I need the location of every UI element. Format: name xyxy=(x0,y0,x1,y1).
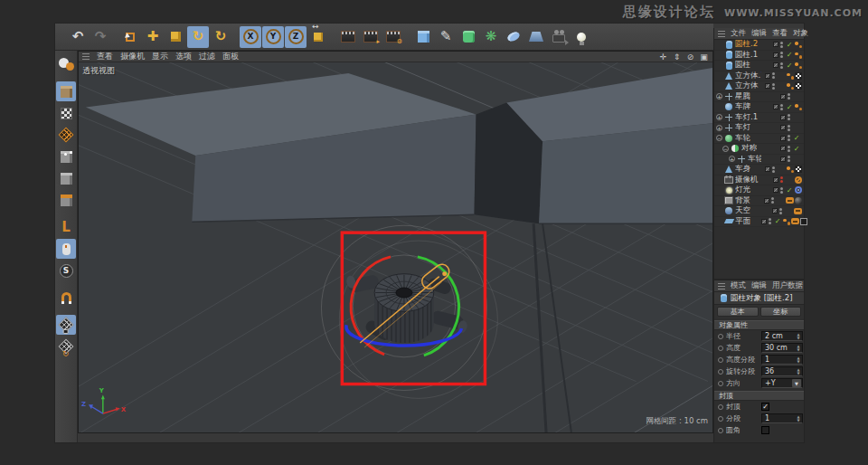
expand-toggle[interactable]: − xyxy=(722,146,729,152)
visibility-dots[interactable] xyxy=(788,114,791,120)
expand-toggle[interactable]: + xyxy=(729,156,735,162)
layer-box[interactable] xyxy=(780,136,786,141)
layer-box[interactable] xyxy=(780,157,786,162)
checker-tag[interactable] xyxy=(795,72,802,80)
menu-item-1[interactable]: 编辑 xyxy=(751,28,767,39)
animation-dot-icon[interactable] xyxy=(718,357,723,363)
animation-dot-icon[interactable] xyxy=(718,416,723,422)
visibility-dots[interactable] xyxy=(788,156,791,162)
add-primitive-button[interactable] xyxy=(412,26,434,48)
layer-box[interactable] xyxy=(772,208,778,214)
value-input[interactable]: 30 cm xyxy=(761,343,803,353)
section-header[interactable]: 对象属性 xyxy=(714,320,804,330)
expand-toggle[interactable]: + xyxy=(716,93,722,100)
menu-item-2[interactable]: 显示 xyxy=(152,51,168,62)
menu-item-3[interactable]: 选项 xyxy=(175,51,192,62)
phong-tag[interactable] xyxy=(787,82,794,90)
value-input[interactable]: 2 cm xyxy=(761,331,803,341)
layer-box[interactable] xyxy=(780,115,786,120)
checkbox[interactable] xyxy=(761,426,769,434)
texture-mode-button[interactable] xyxy=(56,103,76,123)
animation-dot-icon[interactable] xyxy=(718,346,723,351)
animation-dot-icon[interactable] xyxy=(718,381,723,386)
menu-item-3[interactable]: 对象 xyxy=(793,28,808,39)
phong-tag[interactable] xyxy=(795,52,802,59)
visibility-dots[interactable] xyxy=(780,42,784,48)
add-camera-button[interactable] xyxy=(548,26,570,48)
visibility-dots[interactable] xyxy=(769,218,772,224)
scene-3d[interactable]: Y X Z 透视视图 网格间距 : 10 cm xyxy=(79,62,712,432)
enable-check[interactable]: ✓ xyxy=(793,134,800,142)
layer-box[interactable] xyxy=(765,166,770,172)
visibility-dots[interactable] xyxy=(788,93,791,100)
phong-tag[interactable] xyxy=(795,41,802,48)
render-picture-viewer-button[interactable]: ▸ xyxy=(360,26,382,48)
animation-dot-icon[interactable] xyxy=(718,334,723,339)
menu-item-1[interactable]: 编辑 xyxy=(751,280,767,291)
scale-tool-button[interactable] xyxy=(165,26,186,48)
expand-toggle[interactable]: + xyxy=(716,125,722,131)
visibility-dots[interactable] xyxy=(772,166,776,173)
menu-grip-icon[interactable] xyxy=(718,31,725,37)
target-tag[interactable] xyxy=(795,186,802,194)
visibility-dots[interactable] xyxy=(771,197,775,204)
section-header[interactable]: 封顶 xyxy=(714,391,804,401)
workplane-lock-button[interactable] xyxy=(56,315,76,335)
checkbox[interactable]: ✓ xyxy=(761,403,769,411)
phong-tag[interactable] xyxy=(783,218,790,225)
polygons-mode-button[interactable] xyxy=(56,168,76,188)
layer-box[interactable] xyxy=(780,146,786,151)
visibility-dots[interactable] xyxy=(788,125,791,131)
menu-item-4[interactable]: 过滤 xyxy=(199,51,215,62)
layer-box[interactable] xyxy=(773,177,778,183)
phong-tag[interactable] xyxy=(795,62,802,69)
layer-box[interactable] xyxy=(765,83,770,89)
menu-item-0[interactable]: 文件 xyxy=(731,28,746,39)
menu-item-1[interactable]: 摄像机 xyxy=(120,51,145,62)
add-modeling-object-button[interactable]: ❋ xyxy=(480,26,502,48)
move-tool-button[interactable]: ✚ xyxy=(142,26,164,48)
layer-box[interactable] xyxy=(773,42,778,47)
value-input[interactable]: 1 xyxy=(761,355,803,365)
enable-check[interactable]: ✓ xyxy=(786,186,793,195)
visibility-dots[interactable] xyxy=(780,104,784,110)
layer-box[interactable] xyxy=(761,219,767,224)
animation-dot-icon[interactable] xyxy=(718,369,723,375)
pan-view-icon[interactable]: ✛ xyxy=(658,52,668,62)
enable-check[interactable]: ✓ xyxy=(786,103,793,111)
visibility-dots[interactable] xyxy=(788,135,791,141)
rotate-view-icon[interactable]: ⊘ xyxy=(685,52,695,62)
protection-tag[interactable] xyxy=(795,176,802,184)
compositing-tag[interactable] xyxy=(794,208,802,214)
last-used-tool-button[interactable]: ↻ xyxy=(210,26,231,48)
live-selection-button[interactable] xyxy=(119,26,141,48)
visibility-dots[interactable] xyxy=(788,146,791,152)
add-deformer-button[interactable] xyxy=(503,26,524,48)
dropdown[interactable]: +Y▼ xyxy=(761,378,803,388)
expand-toggle[interactable]: + xyxy=(716,114,722,120)
lock-x-axis-button[interactable]: X xyxy=(240,26,261,48)
undo-button[interactable]: ↶ xyxy=(67,26,89,48)
compositing-tag[interactable] xyxy=(791,218,799,224)
layer-box[interactable] xyxy=(764,198,769,204)
redo-button[interactable]: ↷ xyxy=(90,26,111,48)
enable-check[interactable]: ✓ xyxy=(786,41,793,49)
visibility-dots[interactable] xyxy=(780,62,784,69)
layer-box[interactable] xyxy=(773,104,778,109)
stepper-arrows-icon[interactable] xyxy=(796,368,801,375)
tab-0[interactable]: 基本 xyxy=(717,307,759,317)
frame-tag[interactable] xyxy=(800,218,807,225)
enable-check[interactable]: ✓ xyxy=(774,217,781,225)
stepper-arrows-icon[interactable] xyxy=(796,345,801,352)
layer-box[interactable] xyxy=(773,52,778,58)
snap-settings-button[interactable] xyxy=(56,288,76,308)
points-mode-button[interactable] xyxy=(56,125,76,145)
stepper-arrows-icon[interactable] xyxy=(796,333,801,340)
visibility-dots[interactable] xyxy=(772,72,776,79)
menu-item-0[interactable]: 模式 xyxy=(731,280,746,291)
checker-tag[interactable] xyxy=(795,82,802,90)
value-input[interactable]: 1 xyxy=(761,413,803,423)
workplane-mode-button[interactable] xyxy=(56,190,76,210)
menu-item-0[interactable]: 查看 xyxy=(97,51,113,62)
stepper-arrows-icon[interactable] xyxy=(796,356,801,364)
